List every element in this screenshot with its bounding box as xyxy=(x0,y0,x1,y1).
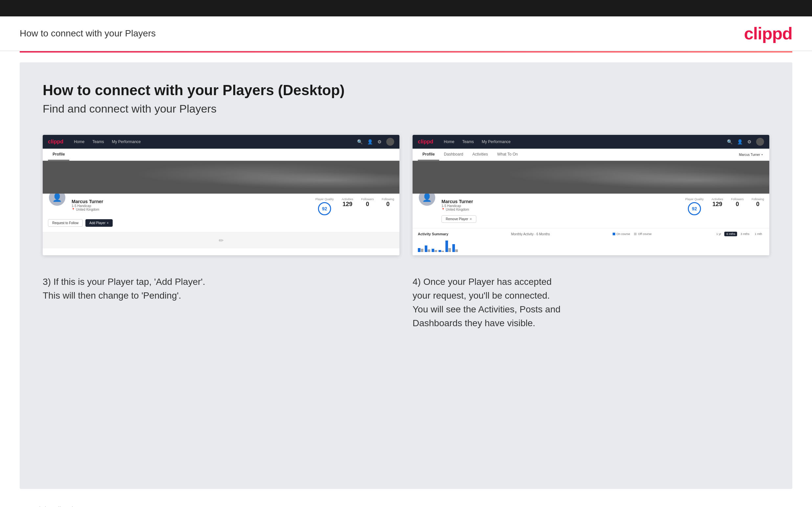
search-icon[interactable]: 🔍 xyxy=(357,139,363,145)
right-profile-stats: Player Quality 92 Activities 129 Followe… xyxy=(685,198,764,215)
bar-group-4 xyxy=(439,250,444,252)
bar-on-3 xyxy=(432,249,434,252)
page-subheading: Find and connect with your Players xyxy=(43,102,769,115)
bar-group-6 xyxy=(452,244,458,252)
right-nav-teams[interactable]: Teams xyxy=(458,135,477,149)
activity-summary: Activity Summary Monthly Activity · 6 Mo… xyxy=(413,228,769,255)
right-user-dropdown[interactable]: Marcus Turner ▾ xyxy=(739,149,764,161)
right-banner-image xyxy=(413,161,769,193)
right-tab-bar: Profile Dashboard Activities What To On … xyxy=(413,149,769,161)
left-nav-my-performance[interactable]: My Performance xyxy=(108,135,145,149)
filter-1mth[interactable]: 1 mth xyxy=(753,232,764,236)
right-search-icon[interactable]: 🔍 xyxy=(727,139,732,145)
right-tabs: Profile Dashboard Activities What To On xyxy=(418,149,523,161)
bar-off-4 xyxy=(442,251,444,252)
add-player-plus-icon: + xyxy=(107,221,109,225)
clippd-logo: clippd xyxy=(744,23,792,43)
right-settings-icon[interactable]: ⚙ xyxy=(747,139,752,145)
screenshot-left: clippd Home Teams My Performance 🔍 👤 ⚙ P… xyxy=(43,135,399,255)
activity-header: Activity Summary Monthly Activity · 6 Mo… xyxy=(418,232,764,236)
on-course-dot xyxy=(613,233,615,235)
left-nav-teams[interactable]: Teams xyxy=(88,135,108,149)
bar-on-5 xyxy=(445,240,448,252)
tab-profile[interactable]: Profile xyxy=(48,149,69,161)
bar-group-3 xyxy=(432,249,437,252)
footer: Copyright Clippd 2022 xyxy=(0,499,812,507)
right-avatar[interactable] xyxy=(756,138,764,146)
remove-x-icon: ✕ xyxy=(469,217,472,221)
page-heading: How to connect with your Players (Deskto… xyxy=(43,82,769,99)
left-location: 📍 United Kingdom xyxy=(71,208,310,211)
right-profile-details: Marcus Turner 1-5 Handicap 📍 United King… xyxy=(442,198,680,223)
right-nav-my-performance[interactable]: My Performance xyxy=(477,135,514,149)
filter-6mths[interactable]: 6 mths xyxy=(724,232,737,236)
filter-1yr[interactable]: 1 yr xyxy=(714,232,723,236)
right-quality-circle: 92 xyxy=(688,202,701,215)
pencil-icon: ✏ xyxy=(219,237,224,244)
right-profile-top: 👤 Marcus Turner 1-5 Handicap 📍 United Ki… xyxy=(418,198,764,223)
right-user-name: Marcus Turner xyxy=(739,153,760,157)
add-player-label: Add Player xyxy=(89,221,105,225)
avatar[interactable] xyxy=(386,138,394,146)
caption-right-text: 4) Once your Player has acceptedyour req… xyxy=(413,277,560,328)
bar-on-4 xyxy=(439,250,441,252)
right-tab-dashboard[interactable]: Dashboard xyxy=(439,149,468,161)
remove-player-button[interactable]: Remove Player ✕ xyxy=(442,215,476,223)
bar-on-2 xyxy=(425,245,427,252)
left-quality-label: Player Quality xyxy=(315,198,334,201)
add-player-button[interactable]: Add Player + xyxy=(86,219,113,227)
top-bar xyxy=(0,0,812,16)
dropdown-chevron-icon: ▾ xyxy=(761,153,763,156)
header: How to connect with your Players clippd xyxy=(0,16,812,51)
left-profile-top: 👤 Marcus Turner 1-5 Handicap 📍 United Ki… xyxy=(48,198,394,215)
time-filters: 1 yr 6 mths 3 mths 1 mth xyxy=(714,232,764,236)
bar-group-1 xyxy=(418,248,423,252)
left-player-quality: Player Quality 92 xyxy=(315,198,334,215)
right-location: 📍 United Kingdom xyxy=(442,208,680,211)
right-player-quality: Player Quality 92 xyxy=(685,198,704,215)
left-stat-following: Following 0 xyxy=(382,198,394,215)
bar-on-1 xyxy=(418,248,420,252)
right-user-icon[interactable]: 👤 xyxy=(737,139,743,145)
right-tab-profile[interactable]: Profile xyxy=(418,149,439,161)
left-following-label: Following xyxy=(382,198,394,201)
right-nav-home[interactable]: Home xyxy=(440,135,458,149)
request-follow-button[interactable]: Request to Follow xyxy=(48,219,83,227)
bar-off-1 xyxy=(421,249,423,252)
copyright-text: Copyright Clippd 2022 xyxy=(20,505,91,507)
avatar-person-icon: 👤 xyxy=(52,193,62,202)
caption-right: 4) Once your Player has acceptedyour req… xyxy=(413,275,769,330)
right-quality-label: Player Quality xyxy=(685,198,704,201)
legend-on-course: On course xyxy=(613,232,630,236)
left-profile-stats: Player Quality 92 Activities 129 Followe… xyxy=(315,198,394,215)
left-profile-details: Marcus Turner 1-5 Handicap 📍 United King… xyxy=(71,198,310,211)
left-nav-logo: clippd xyxy=(48,139,63,145)
bar-off-3 xyxy=(435,250,437,252)
bar-group-2 xyxy=(425,245,430,252)
right-profile-banner xyxy=(413,161,769,193)
main-content: How to connect with your Players (Deskto… xyxy=(20,62,792,489)
right-player-name: Marcus Turner xyxy=(442,199,680,204)
left-profile-banner xyxy=(43,161,399,193)
right-following-value: 0 xyxy=(752,201,764,208)
left-profile-info: 👤 Marcus Turner 1-5 Handicap 📍 United Ki… xyxy=(43,193,399,232)
right-stat-followers: Followers 0 xyxy=(731,198,744,215)
on-course-label: On course xyxy=(617,232,630,236)
activity-period: Monthly Activity · 6 Months xyxy=(511,232,550,236)
left-activities-label: Activities xyxy=(342,198,353,201)
right-followers-value: 0 xyxy=(731,201,744,208)
right-tab-activities[interactable]: Activities xyxy=(468,149,492,161)
left-player-name: Marcus Turner xyxy=(71,199,310,204)
right-location-pin-icon: 📍 xyxy=(442,208,445,211)
screenshots-row: clippd Home Teams My Performance 🔍 👤 ⚙ P… xyxy=(43,135,769,255)
user-icon[interactable]: 👤 xyxy=(367,139,373,145)
bar-on-6 xyxy=(452,244,455,252)
remove-player-label: Remove Player xyxy=(446,217,468,221)
left-quality-circle: 92 xyxy=(318,202,331,215)
left-nav-icons: 🔍 👤 ⚙ xyxy=(357,138,394,146)
right-location-text: United Kingdom xyxy=(446,208,469,211)
left-nav-home[interactable]: Home xyxy=(70,135,88,149)
settings-icon[interactable]: ⚙ xyxy=(377,139,382,145)
right-tab-what-to-on[interactable]: What To On xyxy=(492,149,522,161)
filter-3mths[interactable]: 3 mths xyxy=(739,232,751,236)
